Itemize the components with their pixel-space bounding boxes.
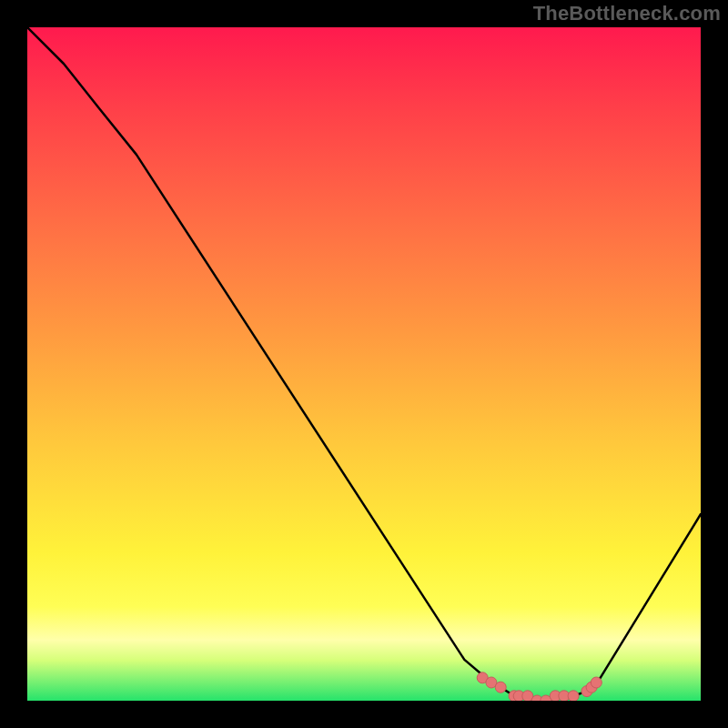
highlight-dots-group xyxy=(477,672,602,701)
highlight-dot xyxy=(495,682,506,693)
chart-frame: TheBottleneck.com xyxy=(0,0,728,728)
highlight-dot xyxy=(568,691,579,701)
plot-area xyxy=(27,27,701,701)
highlight-dot xyxy=(591,677,602,688)
curve-svg xyxy=(27,27,701,701)
watermark-text: TheBottleneck.com xyxy=(533,2,721,25)
bottleneck-curve xyxy=(27,27,701,701)
